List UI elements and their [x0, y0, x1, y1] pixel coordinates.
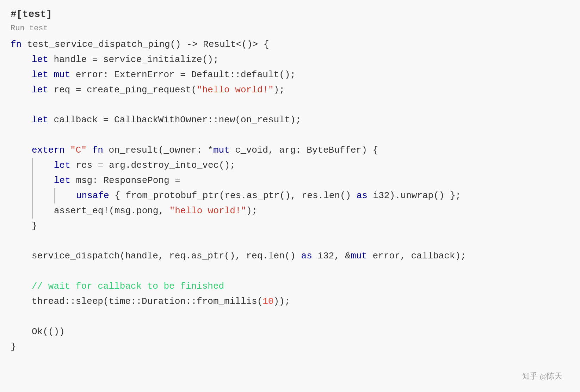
line-unsafe: unsafe { from_protobuf_ptr(res.as_ptr(),…	[55, 188, 569, 203]
line-close-extern: }	[11, 219, 569, 234]
line-comment: // wait for callback to be finished	[11, 279, 569, 294]
blank-line-4	[11, 264, 569, 279]
line-close-fn: }	[11, 339, 569, 355]
blank-line-5	[11, 309, 569, 324]
line-sleep: thread::sleep(time::Duration::from_milli…	[11, 294, 569, 309]
code-block: fn test_service_dispatch_ping() -> Resul…	[11, 37, 569, 355]
line-ok: Ok(())	[11, 324, 569, 339]
line-let-res: let res = arg.destroy_into_vec();	[33, 158, 569, 173]
run-test-line[interactable]: Run test	[11, 23, 569, 34]
watermark: 知乎 @陈天	[522, 371, 562, 381]
line-let-error: let mut error: ExternError = Default::de…	[11, 67, 569, 82]
code-container: #[test] Run test fn test_service_dispatc…	[0, 0, 580, 392]
blank-line-1	[11, 98, 569, 113]
attribute-line: #[test]	[11, 7, 569, 22]
line-fn-sig: fn test_service_dispatch_ping() -> Resul…	[11, 37, 569, 52]
line-extern-fn: extern "C" fn on_result(_owner: *mut c_v…	[11, 143, 569, 158]
line-let-msg: let msg: ResponsePong =	[33, 173, 569, 188]
line-dispatch: service_dispatch(handle, req.as_ptr(), r…	[11, 249, 569, 264]
blank-line-3	[11, 234, 569, 249]
line-let-handle: let handle = service_initialize();	[11, 52, 569, 67]
line-let-req: let req = create_ping_request("hello wor…	[11, 82, 569, 98]
line-let-callback: let callback = CallbackWithOwner::new(on…	[11, 112, 569, 128]
blank-line-2	[11, 128, 569, 143]
line-assert: assert_eq!(msg.pong, "hello world!");	[33, 203, 569, 219]
